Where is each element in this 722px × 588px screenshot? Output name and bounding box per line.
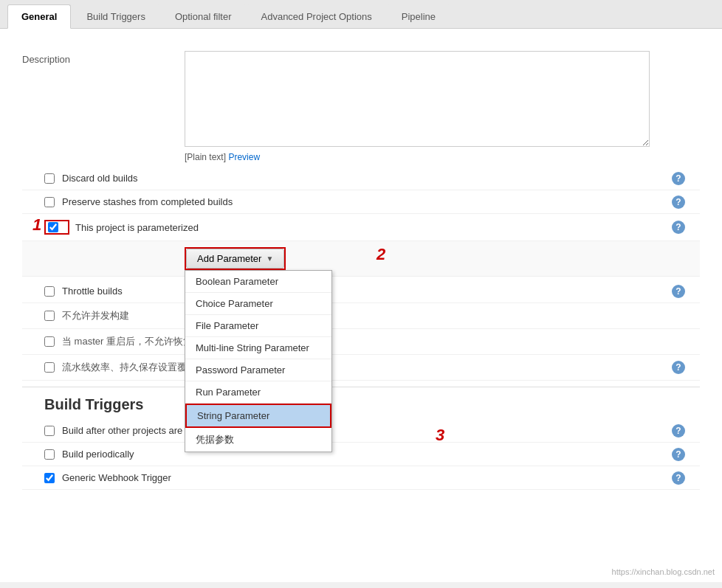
dropdown-boolean-param[interactable]: Boolean Parameter — [185, 271, 331, 293]
dropdown-password-param[interactable]: Password Parameter — [185, 359, 331, 381]
pipeline-speed-checkbox[interactable] — [44, 362, 55, 373]
tab-general[interactable]: General — [7, 4, 71, 29]
dropdown-credentials-param[interactable]: 凭据参数 — [185, 428, 331, 452]
checkbox-row-pipeline-speed: 流水线效率、持久保存设置覆... ? — [22, 355, 700, 381]
no-concurrent-label[interactable]: 不允许并发构建 — [62, 309, 129, 322]
generic-webhook-label[interactable]: Generic Webhook Trigger — [62, 472, 171, 483]
parameterized-checkbox[interactable] — [48, 222, 58, 232]
dropdown-multiline-param[interactable]: Multi-line String Parameter — [185, 337, 331, 359]
main-content: Description [Plain text] Preview Discard… — [0, 29, 722, 582]
pipeline-speed-help-icon[interactable]: ? — [672, 361, 685, 374]
discard-old-checkbox[interactable] — [44, 173, 55, 184]
checkbox-row-throttle: Throttle builds ? — [22, 280, 700, 303]
checkbox-row-discard: Discard old builds ? — [22, 167, 700, 190]
parameterized-help-icon[interactable]: ? — [672, 221, 685, 234]
description-label: Description — [22, 51, 185, 65]
dropdown-run-param[interactable]: Run Parameter — [185, 381, 331, 404]
add-param-dropdown-menu: Boolean Parameter Choice Parameter File … — [185, 270, 332, 452]
tab-advanced-project-options[interactable]: Advanced Project Options — [247, 4, 386, 28]
add-param-button-border: Add Parameter ▼ — [185, 247, 286, 270]
tab-optional-filter[interactable]: Optional filter — [161, 4, 246, 28]
throttle-help-icon[interactable]: ? — [672, 285, 685, 298]
add-param-section: Add Parameter ▼ Boolean Parameter Choice… — [22, 241, 700, 277]
add-param-dropdown-wrapper: Add Parameter ▼ Boolean Parameter Choice… — [185, 247, 286, 270]
build-periodically-checkbox[interactable] — [44, 449, 55, 460]
parameterized-checkbox-annotated — [44, 220, 69, 235]
checkbox-row-no-concurrent: 不允许并发构建 — [22, 303, 700, 329]
checkbox-row-build-periodically: Build periodically ? — [22, 443, 700, 466]
checkbox-row-build-after: Build after other projects are built ? — [22, 419, 700, 443]
checkbox-row-parameterized: This project is parameterized ? 1 — [22, 214, 700, 241]
add-param-label: Add Parameter — [197, 253, 261, 264]
build-periodically-label[interactable]: Build periodically — [62, 449, 134, 460]
plain-text-label: [Plain text] — [185, 152, 226, 162]
tab-build-triggers[interactable]: Build Triggers — [72, 4, 159, 28]
dropdown-choice-param[interactable]: Choice Parameter — [185, 293, 331, 315]
no-resume-checkbox[interactable] — [44, 336, 55, 347]
build-after-label[interactable]: Build after other projects are built — [62, 425, 203, 436]
checkbox-row-preserve: Preserve stashes from completed builds ? — [22, 190, 700, 214]
tab-bar: General Build Triggers Optional filter A… — [0, 0, 722, 29]
throttle-label[interactable]: Throttle builds — [62, 286, 123, 297]
build-triggers-heading: Build Triggers — [22, 387, 700, 419]
watermark-text: https://xinchan.blog.csdn.net — [612, 567, 715, 576]
build-after-checkbox[interactable] — [44, 426, 55, 436]
preview-link[interactable]: Preview — [228, 152, 260, 162]
add-param-arrow-icon: ▼ — [266, 255, 273, 263]
build-after-help-icon[interactable]: ? — [672, 424, 685, 437]
description-control: [Plain text] Preview — [185, 51, 700, 162]
generic-webhook-checkbox[interactable] — [44, 473, 55, 483]
build-periodically-help-icon[interactable]: ? — [672, 448, 685, 461]
throttle-checkbox[interactable] — [44, 286, 55, 297]
preserve-stashes-checkbox[interactable] — [44, 197, 55, 207]
description-textarea[interactable] — [185, 51, 650, 147]
plain-text-note: [Plain text] Preview — [185, 152, 700, 162]
pipeline-speed-label[interactable]: 流水线效率、持久保存设置覆... — [62, 361, 195, 374]
checkbox-row-no-resume: 当 master 重启后，不允许恢复... — [22, 329, 700, 355]
annotation-2: 2 — [377, 245, 385, 264]
parameterized-label[interactable]: This project is parameterized — [75, 222, 199, 233]
annotation-1: 1 — [32, 215, 41, 235]
discard-old-label[interactable]: Discard old builds — [62, 173, 138, 184]
dropdown-file-param[interactable]: File Parameter — [185, 315, 331, 337]
add-param-button[interactable]: Add Parameter ▼ — [186, 249, 284, 269]
dropdown-string-param[interactable]: String Parameter — [185, 404, 331, 428]
discard-old-help-icon[interactable]: ? — [672, 172, 685, 185]
checkbox-row-generic-webhook: Generic Webhook Trigger ? — [22, 466, 700, 490]
generic-webhook-help-icon[interactable]: ? — [672, 471, 685, 485]
description-row: Description [Plain text] Preview — [22, 51, 700, 162]
no-concurrent-checkbox[interactable] — [44, 311, 55, 321]
preserve-stashes-help-icon[interactable]: ? — [672, 196, 685, 209]
no-resume-label[interactable]: 当 master 重启后，不允许恢复... — [62, 335, 201, 348]
preserve-stashes-label[interactable]: Preserve stashes from completed builds — [62, 196, 233, 207]
tab-pipeline[interactable]: Pipeline — [388, 4, 450, 28]
